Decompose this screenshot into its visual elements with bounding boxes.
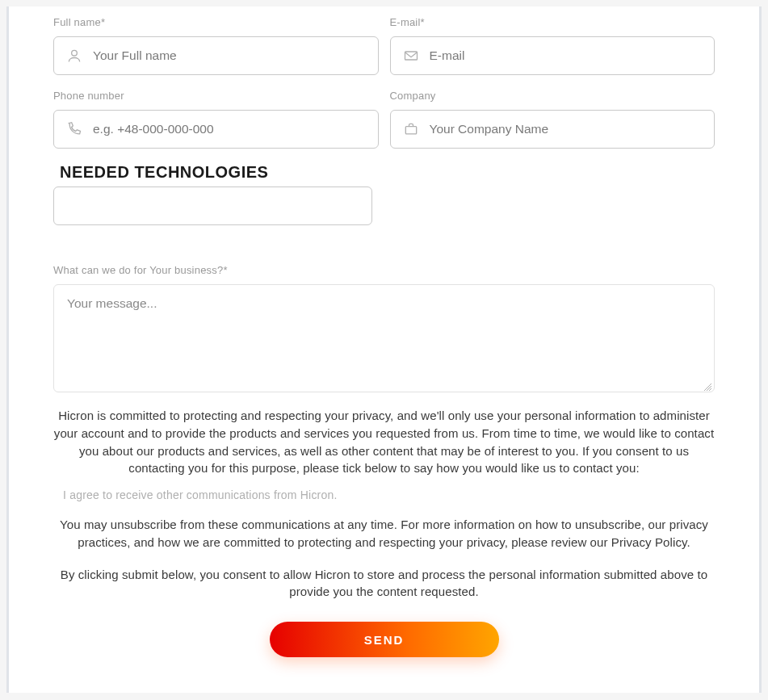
email-field: E-mail*	[390, 16, 716, 75]
technologies-label: NEEDED TECHNOLOGIES	[60, 163, 715, 182]
email-input-wrap[interactable]	[390, 36, 716, 75]
person-icon	[65, 47, 83, 65]
message-label: What can we do for Your business?*	[53, 264, 715, 276]
svg-rect-1	[405, 52, 417, 60]
phone-field: Phone number	[53, 90, 379, 149]
company-field: Company	[390, 90, 716, 149]
fullname-input[interactable]	[93, 48, 367, 63]
email-input[interactable]	[430, 48, 703, 63]
fullname-field: Full name*	[53, 16, 379, 75]
privacy-paragraph-3: By clicking submit below, you consent to…	[53, 566, 715, 601]
technologies-section: NEEDED TECHNOLOGIES	[53, 163, 715, 225]
envelope-icon	[402, 47, 420, 65]
svg-rect-2	[405, 127, 416, 134]
consent-checkbox-label[interactable]: I agree to receive other communications …	[63, 488, 715, 501]
technologies-input[interactable]	[53, 187, 372, 225]
privacy-paragraph-2: You may unsubscribe from these communica…	[53, 516, 715, 551]
contact-form-page: Full name* E-mail* Phone number	[6, 6, 762, 693]
company-input[interactable]	[430, 122, 703, 136]
email-label: E-mail*	[390, 16, 716, 28]
phone-label: Phone number	[53, 90, 379, 102]
message-textarea[interactable]	[67, 296, 701, 377]
phone-input-wrap[interactable]	[53, 110, 379, 149]
fullname-label: Full name*	[53, 16, 379, 28]
phone-input[interactable]	[93, 122, 367, 136]
send-button[interactable]: SEND	[270, 622, 499, 657]
company-input-wrap[interactable]	[390, 110, 716, 149]
message-field: What can we do for Your business?*	[53, 264, 715, 392]
phone-icon	[65, 120, 83, 138]
resize-icon	[703, 380, 712, 390]
briefcase-icon	[402, 120, 420, 138]
svg-point-0	[72, 50, 78, 56]
company-label: Company	[390, 90, 716, 102]
message-textarea-wrap[interactable]	[53, 284, 715, 392]
privacy-paragraph-1: Hicron is committed to protecting and re…	[53, 407, 715, 477]
fullname-input-wrap[interactable]	[53, 36, 379, 75]
